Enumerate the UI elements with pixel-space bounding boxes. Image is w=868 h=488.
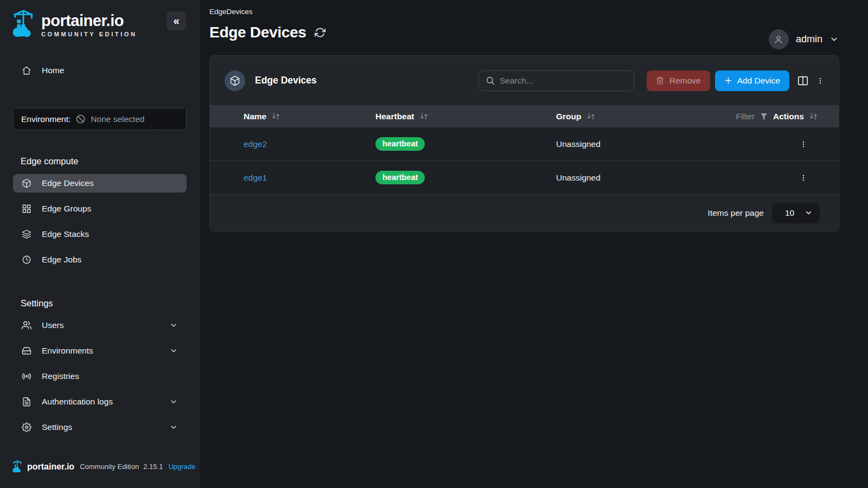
portainer-logo-icon xyxy=(11,8,36,40)
search-input[interactable] xyxy=(500,76,627,86)
footer-edition: Community Edition xyxy=(80,463,139,471)
breadcrumb[interactable]: EdgeDevices xyxy=(209,8,253,16)
chevron-down-icon xyxy=(169,346,178,355)
app-root: portainer.io COMMUNITY EDITION « Home En… xyxy=(0,0,868,488)
plus-icon xyxy=(724,76,732,85)
sidebar-item-authentication-logs[interactable]: Authentication logs xyxy=(13,393,187,411)
hard-drive-icon xyxy=(22,346,31,356)
user-name: admin xyxy=(796,34,822,45)
sort-icon xyxy=(419,112,429,121)
search-icon xyxy=(486,76,495,85)
remove-button-label: Remove xyxy=(669,76,701,86)
sort-icon xyxy=(271,112,280,121)
table-settings-kebab-icon[interactable] xyxy=(816,75,824,86)
ban-icon xyxy=(75,114,86,124)
sort-icon xyxy=(586,112,596,121)
add-device-button-label: Add Device xyxy=(737,76,780,86)
add-device-button[interactable]: Add Device xyxy=(715,70,789,91)
sidebar-item-label: Environments xyxy=(42,346,93,356)
environment-value: None selected xyxy=(91,114,144,124)
sidebar-item-environments[interactable]: Environments xyxy=(13,342,187,360)
panel-header: Edge Devices Remove Add Device xyxy=(210,56,839,105)
column-header-group[interactable]: Group xyxy=(556,112,719,121)
chevron-down-icon xyxy=(169,321,178,330)
sort-icon xyxy=(809,112,818,121)
search-box xyxy=(478,70,634,91)
sidebar-footer: portainer.io Community Edition 2.15.1 Up… xyxy=(0,459,200,488)
sidebar-item-label: Edge Jobs xyxy=(42,255,81,265)
column-header-name[interactable]: Name xyxy=(244,112,375,121)
box-icon xyxy=(225,70,245,91)
sidebar-item-label: Home xyxy=(42,66,64,75)
portainer-logo-icon xyxy=(12,459,23,474)
sidebar-item-label: Edge Groups xyxy=(42,204,91,214)
user-menu[interactable]: admin xyxy=(769,29,839,49)
trash-icon xyxy=(656,76,664,85)
column-header-actions[interactable]: Actions xyxy=(768,112,839,121)
chevron-down-icon xyxy=(169,397,178,406)
columns-toggle-icon[interactable] xyxy=(797,75,809,87)
panel-footer: Items per page 10 xyxy=(210,195,839,231)
sidebar: portainer.io COMMUNITY EDITION « Home En… xyxy=(0,0,200,488)
filter-button[interactable]: Filter xyxy=(719,112,768,121)
row-actions-kebab-icon[interactable] xyxy=(800,138,807,150)
grid-icon xyxy=(22,204,31,214)
brand-edition: COMMUNITY EDITION xyxy=(41,31,137,37)
footer-version: 2.15.1 xyxy=(143,463,163,471)
funnel-icon xyxy=(760,112,768,121)
table-row: edge1 heartbeat Unassigned xyxy=(210,161,839,195)
table-header: Name Heartbeat Group Filter Actions xyxy=(210,105,839,127)
brand-name: portainer.io xyxy=(41,12,137,29)
sidebar-item-users[interactable]: Users xyxy=(13,316,187,335)
footer-brand: portainer.io xyxy=(27,462,74,472)
group-cell: Unassigned xyxy=(556,139,719,149)
device-link[interactable]: edge1 xyxy=(244,173,267,182)
refresh-icon[interactable] xyxy=(315,27,326,38)
edge-compute-items: Edge Devices Edge Groups Edge Stacks Edg… xyxy=(0,174,200,269)
row-actions-kebab-icon[interactable] xyxy=(800,172,807,184)
sidebar-collapse-button[interactable]: « xyxy=(167,11,186,30)
items-per-page-select[interactable]: 10 xyxy=(772,203,820,223)
chevron-down-icon xyxy=(169,423,178,432)
box-icon xyxy=(22,178,31,188)
avatar xyxy=(769,29,789,49)
environment-selector[interactable]: Environment: None selected xyxy=(13,108,187,130)
file-text-icon xyxy=(22,397,31,407)
sidebar-item-registries[interactable]: Registries xyxy=(13,367,187,386)
sidebar-item-edge-devices[interactable]: Edge Devices xyxy=(13,174,187,192)
remove-button[interactable]: Remove xyxy=(647,70,710,91)
sidebar-item-edge-groups[interactable]: Edge Groups xyxy=(13,200,187,218)
sidebar-item-label: Edge Devices xyxy=(42,178,94,188)
sidebar-item-label: Settings xyxy=(42,422,72,432)
broadcast-icon xyxy=(22,371,31,381)
clock-icon xyxy=(22,255,31,265)
items-per-page-label: Items per page xyxy=(708,208,764,218)
gear-icon xyxy=(22,422,31,432)
chevron-down-icon xyxy=(805,209,813,217)
panel-title: Edge Devices xyxy=(255,75,317,86)
home-icon xyxy=(22,66,31,75)
settings-items: Users Environments Registries Authentica… xyxy=(0,316,200,436)
column-header-heartbeat[interactable]: Heartbeat xyxy=(375,112,556,121)
device-link[interactable]: edge2 xyxy=(244,139,267,149)
sidebar-item-label: Users xyxy=(42,320,63,330)
sidebar-item-edge-stacks[interactable]: Edge Stacks xyxy=(13,225,187,243)
chevrons-left-icon: « xyxy=(173,15,179,27)
sidebar-item-label: Edge Stacks xyxy=(42,229,89,239)
heartbeat-badge: heartbeat xyxy=(375,171,425,184)
group-cell: Unassigned xyxy=(556,173,719,183)
users-icon xyxy=(22,320,31,330)
section-title-edge-compute: Edge compute xyxy=(21,156,200,166)
main-content: EdgeDevices Edge Devices admin Edge Devi… xyxy=(200,0,868,488)
section-title-settings: Settings xyxy=(21,298,200,309)
page-title: Edge Devices xyxy=(209,24,307,41)
chevron-down-icon xyxy=(829,35,839,44)
sidebar-item-settings[interactable]: Settings xyxy=(13,418,187,436)
sidebar-item-label: Registries xyxy=(42,371,79,381)
upgrade-link[interactable]: Upgrade xyxy=(168,463,195,471)
sidebar-item-label: Authentication logs xyxy=(42,397,113,407)
environment-label: Environment: xyxy=(21,114,71,124)
table-row: edge2 heartbeat Unassigned xyxy=(210,127,839,161)
sidebar-item-edge-jobs[interactable]: Edge Jobs xyxy=(13,251,187,269)
sidebar-item-home[interactable]: Home xyxy=(13,61,187,80)
